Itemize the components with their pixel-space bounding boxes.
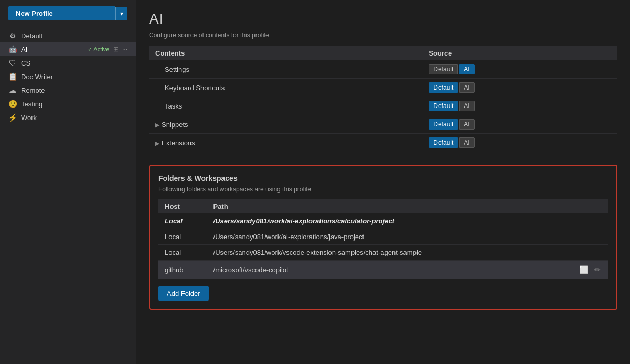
sidebar-item-cs[interactable]: 🛡CS [0,56,136,70]
folders-title: Folders & Workspaces [158,174,608,183]
path-cell: /Users/sandy081/work/vscode-extension-sa… [207,245,552,261]
sidebar-item-doc-writer-label: Doc Writer [21,73,127,81]
sidebar-item-work-label: Work [21,114,127,122]
col-path-header: Path [207,199,552,213]
page-title: AI [149,10,617,27]
content-source-cell: DefaultAI [422,79,617,97]
table-row: Local/Users/sandy081/work/ai-exploration… [158,213,608,229]
content-source-cell: DefaultAI [422,60,617,79]
sidebar-item-ai-label: AI [21,46,83,53]
source-button-group: DefaultAI [429,82,611,93]
main-content: AI Configure source of contents for this… [136,0,630,364]
content-source-cell: DefaultAI [422,97,617,115]
row-actions-cell [551,245,608,261]
table-row: Local/Users/sandy081/work/vscode-extensi… [158,245,608,261]
folders-section: Folders & Workspaces Following folders a… [149,165,617,310]
source-default-button[interactable]: Default [429,82,458,93]
config-desc: Configure source of contents for this pr… [149,31,617,39]
content-name-cell: ▶Snippets [149,115,422,134]
col-host-header: Host [158,199,207,213]
default-icon: ⚙ [8,31,17,40]
open-window-button[interactable]: ⬜ [578,264,589,275]
new-profile-button[interactable]: New Profile [8,6,115,20]
active-badge: ✓ Active [88,46,109,53]
doc-writer-icon: 📋 [8,72,17,81]
folders-desc: Following folders and workspaces are usi… [158,186,608,193]
host-cell: Local [158,229,207,245]
table-row: Keyboard ShortcutsDefaultAI [149,79,617,97]
sidebar-item-default-label: Default [21,32,127,40]
expand-icon[interactable]: ▶ [155,140,159,146]
table-row: Local/Users/sandy081/work/ai-exploration… [158,229,608,245]
path-cell: /Users/sandy081/work/ai-explorations/jav… [207,229,552,245]
sidebar-item-cs-label: CS [21,59,127,67]
ai-icon: 🤖 [8,45,17,53]
sidebar-item-work[interactable]: ⚡Work [0,111,136,124]
content-name-cell: Tasks [149,97,422,115]
source-button-group: DefaultAI [429,64,611,74]
source-button-group: DefaultAI [429,137,611,148]
table-row: TasksDefaultAI [149,97,617,115]
sidebar-item-remote[interactable]: ☁Remote [0,83,136,97]
sidebar-item-actions: ⊞ ··· [113,46,127,53]
host-cell: Local [158,245,207,261]
add-folder-button[interactable]: Add Folder [158,286,209,301]
row-actions-cell [551,213,608,229]
new-profile-dropdown-button[interactable]: ▾ [115,7,127,20]
folders-table: Host Path Local/Users/sandy081/work/ai-e… [158,199,608,279]
source-ai-button[interactable]: AI [459,101,474,111]
source-ai-button[interactable]: AI [459,119,474,130]
path-cell: /Users/sandy081/work/ai-explorations/cal… [207,213,552,229]
row-actions-cell: ⬜✏ [551,261,608,279]
source-button-group: DefaultAI [429,119,611,130]
work-icon: ⚡ [8,113,17,122]
source-button-group: DefaultAI [429,101,611,111]
new-profile-section: New Profile ▾ [8,6,127,20]
table-row: SettingsDefaultAI [149,60,617,79]
table-row: ▶ExtensionsDefaultAI [149,134,617,152]
content-source-cell: DefaultAI [422,134,617,152]
path-cell: /microsoft/vscode-copilot [207,261,552,279]
content-name-cell: Settings [149,60,422,79]
content-source-cell: DefaultAI [422,115,617,134]
table-row: github/microsoft/vscode-copilot⬜✏ [158,261,608,279]
row-actions: ⬜✏ [558,264,602,275]
source-default-button[interactable]: Default [429,64,458,74]
sidebar-item-default[interactable]: ⚙Default [0,29,136,42]
contents-table: Contents Source SettingsDefaultAIKeyboar… [149,46,617,152]
cs-icon: 🛡 [8,59,17,67]
edit-button[interactable]: ✏ [593,264,602,275]
source-default-button[interactable]: Default [429,101,458,111]
host-cell: github [158,261,207,279]
source-ai-button[interactable]: AI [459,82,474,93]
content-name-cell: Keyboard Shortcuts [149,79,422,97]
sidebar-item-testing-label: Testing [21,100,127,108]
expand-icon[interactable]: ▶ [155,122,159,128]
testing-icon: 🙂 [8,100,17,108]
source-ai-button[interactable]: AI [459,137,474,148]
host-cell: Local [158,213,207,229]
table-row: ▶SnippetsDefaultAI [149,115,617,134]
sidebar-item-ai[interactable]: 🤖AI✓ Active⊞ ··· [0,42,136,56]
source-default-button[interactable]: Default [429,137,458,148]
col-source-header: Source [422,46,617,60]
source-default-button[interactable]: Default [429,119,458,130]
sidebar-item-testing[interactable]: 🙂Testing [0,97,136,111]
sidebar-item-remote-label: Remote [21,87,127,94]
remote-icon: ☁ [8,86,17,94]
content-name-cell: ▶Extensions [149,134,422,152]
sidebar-item-doc-writer[interactable]: 📋Doc Writer [0,70,136,83]
row-actions-cell [551,229,608,245]
col-contents-header: Contents [149,46,422,60]
source-ai-button[interactable]: AI [459,64,474,74]
sidebar: New Profile ▾ ⚙Default🤖AI✓ Active⊞ ···🛡C… [0,0,136,364]
